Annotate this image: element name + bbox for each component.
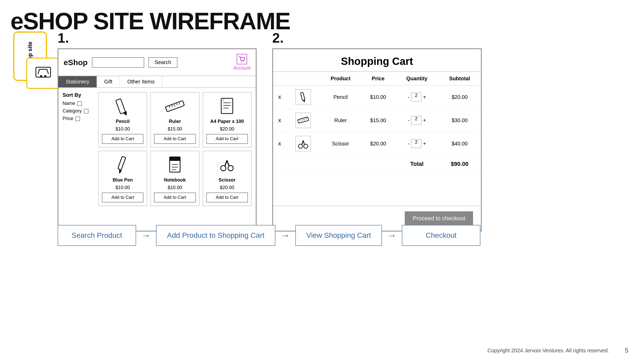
add-to-cart-notebook[interactable]: Add to Cart xyxy=(154,193,196,202)
cart-title: Shopping Cart xyxy=(273,49,481,72)
product-name-ruler: Ruler xyxy=(169,119,181,124)
product-name-pencil-cart: Pencil xyxy=(320,86,361,109)
qty-minus-scissor[interactable]: - xyxy=(408,141,409,147)
section-2-header: 2. xyxy=(272,30,482,46)
add-to-cart-pen[interactable]: Add to Cart xyxy=(102,193,143,202)
product-card-paper: ≡ A4 Paper x 100 $20.00 Add to Cart xyxy=(203,92,252,148)
sort-checkbox-name[interactable] xyxy=(77,101,82,106)
qty-plus-pencil[interactable]: + xyxy=(423,94,426,100)
footer: Copyright 2024 Jervois Ventures. All rig… xyxy=(0,347,628,354)
qty-minus-ruler[interactable]: - xyxy=(408,117,409,123)
col-remove xyxy=(273,72,286,86)
product-name-pencil: Pencil xyxy=(116,119,130,124)
svg-line-12 xyxy=(179,103,180,105)
svg-line-35 xyxy=(306,118,307,120)
qty-plus-ruler[interactable]: + xyxy=(423,117,426,123)
product-name-pen: Blue Pen xyxy=(113,177,133,183)
product-card-notebook: Notebook $10.00 Add to Cart xyxy=(150,151,199,206)
product-name-paper: A4 Paper x 100 xyxy=(210,119,244,124)
product-price-scissor: $20.00 xyxy=(220,185,234,190)
svg-line-39 xyxy=(303,140,304,145)
notebook-icon xyxy=(163,154,187,175)
remove-scissor[interactable]: x xyxy=(273,132,286,155)
svg-text:≡: ≡ xyxy=(223,99,224,101)
col-icon xyxy=(286,72,320,86)
add-to-cart-paper[interactable]: Add to Cart xyxy=(206,134,248,144)
nav-tab-gift[interactable]: Gift xyxy=(97,76,120,87)
sort-checkbox-price[interactable] xyxy=(75,116,80,121)
eshop-panel: eShop Search Account Stationery xyxy=(58,48,257,231)
account-label: Account xyxy=(234,65,251,71)
eshop-body: Sort By Name Category Price xyxy=(58,88,256,210)
cart-row-pencil: x Pencil $10.00 xyxy=(273,86,481,109)
svg-point-1 xyxy=(40,75,42,77)
product-name-ruler-cart: Ruler xyxy=(320,109,361,132)
product-price-notebook: $10.00 xyxy=(168,185,182,190)
product-price-paper: $20.00 xyxy=(220,126,234,132)
nav-tab-other[interactable]: Other Items xyxy=(120,76,162,87)
svg-rect-29 xyxy=(301,92,305,101)
search-button[interactable]: Search xyxy=(148,57,177,68)
paper-icon: ≡ xyxy=(215,96,239,117)
subtotal-ruler: $30.00 xyxy=(438,109,481,132)
qty-plus-scissor[interactable]: + xyxy=(423,141,426,147)
cart-icon-box[interactable] xyxy=(237,54,247,64)
section-1-wrapper: 1. eShop Search Account xyxy=(58,30,257,231)
col-subtotal: Subtotal xyxy=(438,72,481,86)
svg-rect-18 xyxy=(118,156,126,170)
eshop-header: eShop Search Account xyxy=(58,49,256,76)
add-to-cart-ruler[interactable]: Add to Cart xyxy=(154,134,196,144)
product-card-pencil: Pencil $10.00 Add to Cart xyxy=(98,92,147,148)
product-name-scissor: Scissor xyxy=(219,177,236,183)
svg-point-26 xyxy=(228,166,233,171)
svg-marker-19 xyxy=(118,170,122,174)
svg-point-37 xyxy=(304,144,308,148)
device-diagram: eShop site xyxy=(10,31,63,89)
add-to-cart-pencil[interactable]: Add to Cart xyxy=(102,134,143,144)
cart-total-row: Total $90.00 xyxy=(273,155,481,173)
qty-input-ruler[interactable]: 2 xyxy=(411,116,421,125)
product-card-scissor: Scissor $20.00 Add to Cart xyxy=(203,151,252,206)
cart-icon-ruler xyxy=(295,112,311,128)
add-to-cart-scissor[interactable]: Add to Cart xyxy=(206,193,248,202)
nav-tab-stationery[interactable]: Stationery xyxy=(58,76,97,87)
svg-line-34 xyxy=(304,118,304,121)
qty-minus-pencil[interactable]: - xyxy=(408,94,409,100)
sort-checkbox-category[interactable] xyxy=(84,109,88,114)
subtotal-pencil: $20.00 xyxy=(438,86,481,109)
svg-rect-5 xyxy=(115,99,125,114)
svg-point-25 xyxy=(221,166,226,171)
remove-ruler[interactable]: x xyxy=(273,109,286,132)
flow-arrow-3: → xyxy=(382,230,402,241)
section-1-number: 1. xyxy=(58,30,69,46)
checkout-button[interactable]: Proceed to checkout xyxy=(405,211,473,225)
section-2-wrapper: 2. Shopping Cart Product Price Quantity … xyxy=(272,30,482,231)
qty-input-pencil[interactable]: 2 xyxy=(411,93,421,101)
product-name-scissor-cart: Scissor xyxy=(320,132,361,155)
col-product: Product xyxy=(320,72,361,86)
product-price-pen: $10.00 xyxy=(115,185,130,190)
remove-pencil[interactable]: x xyxy=(273,86,286,109)
search-input[interactable] xyxy=(92,57,144,68)
svg-point-36 xyxy=(298,144,303,148)
total-label: Total xyxy=(395,155,438,173)
wireframe-container: 1. eShop Search Account xyxy=(58,30,482,231)
flow-box-add: Add Product to Shopping Cart xyxy=(156,225,275,246)
svg-line-9 xyxy=(172,105,173,107)
qty-input-scissor[interactable]: 2 xyxy=(411,139,421,148)
pen-icon xyxy=(111,154,135,175)
svg-marker-6 xyxy=(123,111,128,115)
section-2-number: 2. xyxy=(272,30,284,46)
qty-control-scissor: - 2 + xyxy=(398,139,436,148)
sort-option-price: Price xyxy=(63,116,94,121)
svg-point-4 xyxy=(243,61,244,62)
svg-rect-31 xyxy=(298,117,309,123)
qty-control-pencil: - 2 + xyxy=(398,93,436,101)
product-price-scissor-cart: $20.00 xyxy=(361,132,395,155)
section-1-header: 1. xyxy=(58,30,257,46)
flow-arrow-1: → xyxy=(136,230,156,241)
footer-page-number: 5 xyxy=(625,347,628,354)
cart-panel: Shopping Cart Product Price Quantity Sub… xyxy=(272,48,482,231)
svg-line-11 xyxy=(177,103,177,105)
product-card-pen: Blue Pen $10.00 Add to Cart xyxy=(98,151,147,206)
